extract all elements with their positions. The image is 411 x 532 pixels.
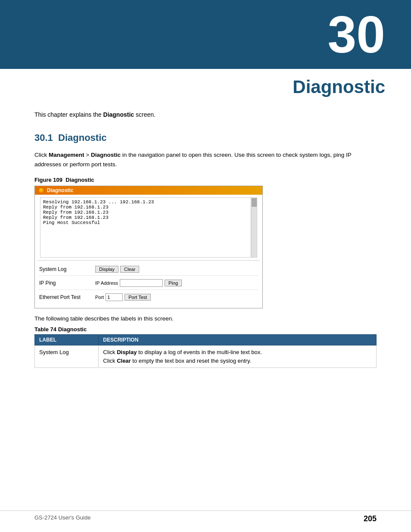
main-content: This chapter explains the Diagnostic scr… — [0, 110, 411, 385]
row-description: Click Display to display a log of events… — [99, 345, 377, 368]
intro-text-before: This chapter explains the — [34, 111, 103, 118]
chapter-title: Diagnostic — [0, 69, 411, 110]
scrollbar[interactable] — [251, 198, 257, 257]
port-label: Port — [95, 295, 104, 300]
following-text: The following table describes the labels… — [34, 315, 377, 322]
log-line-4: Reply from 192.168.1.23 — [43, 215, 247, 220]
ip-address-input[interactable] — [120, 279, 163, 287]
port-input[interactable] — [106, 293, 123, 301]
diagnostic-table: LABEL DESCRIPTION System Log Click Displ… — [34, 334, 377, 368]
table-caption: Table 74 Diagnostic — [34, 326, 377, 333]
chapter-number: 30 — [328, 9, 385, 60]
log-line-1: Resolving 192.168.1.23 ... 192.168.1.23 — [43, 199, 247, 205]
figure-label: Figure 109 Diagnostic — [34, 177, 377, 183]
screen-titlebar-icon — [38, 187, 44, 193]
intro-text-after: screen. — [134, 111, 156, 118]
section-body: Click Management > Diagnostic in the nav… — [34, 150, 377, 169]
page-footer: GS-2724 User's Guide 205 — [0, 510, 411, 523]
ip-ping-row: IP Ping IP Address Ping — [39, 279, 258, 290]
footer-left: GS-2724 User's Guide — [34, 514, 90, 523]
scrollbar-thumb[interactable] — [252, 198, 257, 207]
ip-ping-label: IP Ping — [39, 280, 95, 286]
system-log-label: System Log — [39, 266, 95, 272]
row-label: System Log — [35, 345, 99, 368]
screen-mockup: Diagnostic Resolving 192.168.1.23 ... 19… — [34, 186, 263, 308]
log-line-2: Reply from 192.168.1.23 — [43, 205, 247, 210]
port-test-row: Ethernet Port Test Port Port Test — [39, 293, 258, 304]
col-description: DESCRIPTION — [99, 335, 377, 345]
system-log-row: System Log Display Clear — [39, 266, 258, 276]
screen-controls: System Log Display Clear IP Ping IP Addr… — [35, 264, 262, 308]
table-header-row: LABEL DESCRIPTION — [35, 335, 377, 345]
table-row: System Log Click Display to display a lo… — [35, 345, 377, 368]
log-line-3: Reply from 192.168.1.23 — [43, 210, 247, 215]
intro-paragraph: This chapter explains the Diagnostic scr… — [34, 110, 377, 119]
ethernet-port-label: Ethernet Port Test — [39, 294, 95, 300]
port-test-button[interactable]: Port Test — [125, 294, 151, 301]
ip-address-label: IP Address — [95, 280, 118, 286]
chapter-header: 30 — [0, 0, 411, 69]
screen-log-area: Resolving 192.168.1.23 ... 192.168.1.23 … — [40, 197, 257, 258]
ping-button[interactable]: Ping — [165, 280, 182, 286]
screen-titlebar-text: Diagnostic — [47, 187, 73, 193]
section-heading: 30.1 Diagnostic — [34, 132, 377, 143]
screen-titlebar: Diagnostic — [35, 186, 262, 195]
clear-button[interactable]: Clear — [120, 266, 139, 273]
intro-bold: Diagnostic — [103, 111, 134, 118]
screen-divider — [37, 260, 260, 261]
log-line-5: Ping Host Successful — [43, 220, 247, 225]
display-button[interactable]: Display — [95, 266, 118, 273]
footer-page: 205 — [364, 514, 377, 523]
col-label: LABEL — [35, 335, 99, 345]
